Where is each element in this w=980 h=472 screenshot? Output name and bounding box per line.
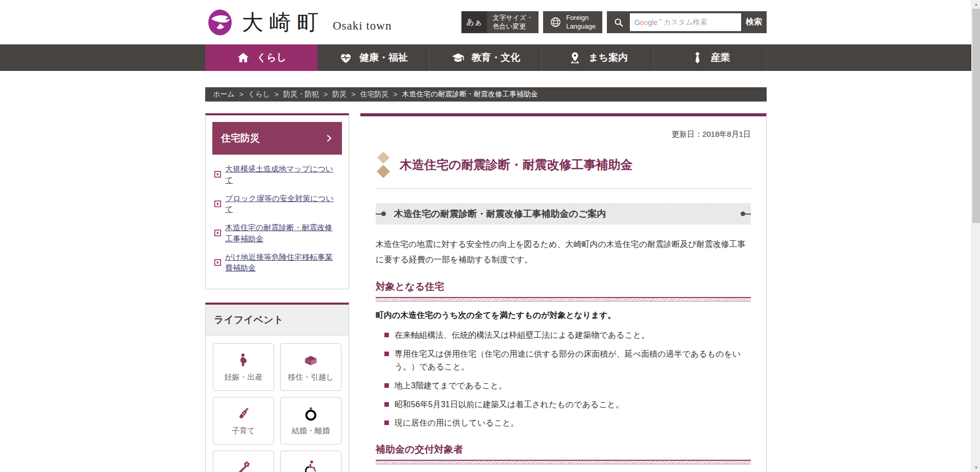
bullet-item: 現に居住の用に供していること。 (384, 416, 751, 430)
foreign-language-button[interactable]: Foreign Language (543, 11, 602, 33)
life-events-box: ライフイベント 妊娠・出産移住・引越し子育て結婚・離婚入園・入学介護・障害就職・… (205, 303, 349, 472)
breadcrumb-separator: > (324, 90, 328, 98)
life-event-pregnancy[interactable]: 妊娠・出産 (213, 343, 274, 391)
breadcrumb-link[interactable]: くらし (248, 90, 270, 99)
sidebar-link-label: がけ地近接等危険住宅移転事業費補助金 (225, 252, 340, 274)
search-placeholder: カスタム検索 (664, 18, 707, 27)
intro-paragraph: 木造住宅の地震に対する安全性の向上を図るため、大崎町内の木造住宅の耐震診断及び耐… (376, 237, 751, 267)
bullet-square-icon (384, 352, 389, 356)
heading-rule (376, 297, 751, 302)
search-icon[interactable] (607, 11, 630, 33)
bullet-item: 専用住宅又は併用住宅（住宅の用途に供する部分の床面積が、延べ面積の過半であるもの… (384, 347, 751, 374)
divider (376, 188, 751, 189)
bullet-square-icon (384, 383, 389, 388)
link-arrow-icon (214, 201, 221, 207)
search-input[interactable]: Google™ カスタム検索 (630, 13, 741, 31)
section-heading: 補助金の交付対象者 (376, 443, 751, 456)
life-event-bouquet[interactable]: 入園・入学 (213, 451, 274, 472)
life-event-label: 妊娠・出産 (225, 372, 263, 382)
nav-item-home[interactable]: くらし (205, 44, 317, 71)
breadcrumb: ホーム>くらし>防災・防犯>防災>住宅防災>木造住宅の耐震診断・耐震改修工事補助… (205, 87, 767, 102)
town-name-en: Osaki town (333, 19, 391, 33)
scrollbar-thumb[interactable] (972, 9, 980, 223)
section-banner: 木造住宅の耐震診断・耐震改修工事補助金のご案内 (376, 203, 751, 225)
sidebar-link[interactable]: 木造住宅の耐震診断・耐震改修工事補助金 (214, 222, 340, 244)
search-button[interactable]: 検索 (741, 11, 767, 33)
pregnancy-icon (235, 352, 252, 368)
bouquet-icon (235, 459, 252, 472)
sidebar-link-label: 木造住宅の耐震診断・耐震改修工事補助金 (225, 222, 340, 244)
language-button-label: Foreign Language (566, 14, 596, 31)
nav-item-label: 教育・文化 (472, 51, 520, 64)
life-event-wheelchair[interactable]: 介護・障害 (280, 451, 341, 472)
site-header: 大崎町 Osaki town あぁ 文字サイズ・ 色合い変更 (0, 0, 980, 44)
scrollbar-down-arrow[interactable]: ▼ (972, 463, 980, 472)
section-lead: 町内の木造住宅のうち次の全てを満たすものが対象となります。 (376, 310, 751, 321)
fontsize-button-label: 文字サイズ・ 色合い変更 (487, 14, 538, 31)
moving-box-icon (303, 352, 319, 368)
scrollbar-up-arrow[interactable]: ▲ (972, 0, 980, 9)
bullet-item: 地上3階建てまでであること。 (384, 379, 751, 392)
breadcrumb-separator: > (275, 90, 279, 98)
bullet-square-icon (384, 333, 389, 337)
breadcrumb-link[interactable]: ホーム (213, 90, 235, 99)
sidebar-category-box: 住宅防災 大規模盛土造成地マップについてブロック塀等の安全対策について木造住宅の… (205, 113, 349, 289)
breadcrumb-separator: > (239, 90, 243, 98)
heading-rule (376, 460, 751, 464)
ring-icon (303, 406, 319, 422)
scrollbar[interactable]: ▲ ▼ (971, 0, 980, 472)
breadcrumb-link[interactable]: 防災 (332, 90, 347, 99)
content-section: 対象となる住宅町内の木造住宅のうち次の全てを満たすものが対象となります。在来軸組… (376, 280, 751, 430)
breadcrumb-link[interactable]: 防災・防犯 (283, 90, 319, 99)
link-arrow-icon (214, 230, 221, 236)
bullet-item: 昭和56年5月31日以前に建築又は着工されたものであること。 (384, 398, 751, 411)
site-search: Google™ カスタム検索 検索 (607, 11, 767, 33)
sidebar-link[interactable]: がけ地近接等危険住宅移転事業費補助金 (214, 252, 340, 274)
town-name: 大崎町 (242, 8, 325, 37)
link-arrow-icon (214, 171, 221, 178)
health-icon (339, 51, 353, 65)
bullet-item: 在来軸組構法、伝統的構法又は枠組壁工法による建築物であること。 (384, 329, 751, 342)
sidebar-link[interactable]: 大規模盛土造成地マップについて (214, 163, 340, 186)
fontsize-color-button[interactable]: あぁ 文字サイズ・ 色合い変更 (461, 11, 539, 33)
breadcrumb-separator: > (351, 90, 355, 98)
breadcrumb-separator: > (393, 90, 397, 98)
life-events-title: ライフイベント (206, 305, 349, 336)
life-event-label: 移住・引越し (288, 372, 334, 382)
updated-date: 更新日：2018年8月1日 (376, 130, 751, 139)
nav-item-education[interactable]: 教育・文化 (430, 44, 542, 71)
nav-item-label: くらし (257, 51, 286, 64)
sidebar-link-label: ブロック塀等の安全対策について (225, 193, 340, 215)
content-section: 補助金の交付対象者次に掲げる全ての条件を満たす者が対象となります。耐震診断又は耐… (376, 443, 751, 472)
globe-icon (550, 16, 561, 28)
main-content: 更新日：2018年8月1日 木造住宅の耐震診断・耐震改修工事補助金 木造住宅の耐… (360, 113, 767, 472)
sidebar-category-title: 住宅防災 (221, 132, 260, 145)
sidebar-link-label: 大規模盛土造成地マップについて (225, 163, 340, 186)
site-logo[interactable]: 大崎町 Osaki town (205, 7, 391, 38)
diamond-decoration-icon (376, 152, 391, 178)
sidebar-category-header[interactable]: 住宅防災 (212, 122, 342, 155)
link-arrow-icon (214, 259, 221, 266)
life-event-baby-bottle[interactable]: 子育て (213, 397, 274, 444)
life-event-moving-box[interactable]: 移住・引越し (280, 343, 341, 391)
global-nav: くらし健康・福祉教育・文化まち案内産業 (0, 44, 980, 71)
section-heading: 対象となる住宅 (376, 280, 751, 293)
breadcrumb-current: 木造住宅の耐震診断・耐震改修工事補助金 (402, 90, 538, 99)
nav-item-map-pin[interactable]: まち案内 (542, 44, 654, 71)
wheelchair-icon (303, 459, 319, 472)
nav-item-label: 健康・福祉 (359, 51, 408, 64)
life-event-label: 子育て (232, 426, 255, 436)
life-event-ring[interactable]: 結婚・離婚 (280, 397, 341, 444)
breadcrumb-link[interactable]: 住宅防災 (360, 90, 388, 99)
header-tools: あぁ 文字サイズ・ 色合い変更 Foreign Language (461, 11, 767, 33)
nav-item-industry[interactable]: 産業 (654, 44, 767, 71)
town-emblem-icon (205, 7, 235, 38)
nav-item-label: 産業 (711, 51, 730, 64)
sidebar-link[interactable]: ブロック塀等の安全対策について (214, 193, 340, 215)
life-event-label: 結婚・離婚 (292, 426, 330, 436)
industry-icon (691, 51, 704, 65)
sidebar: 住宅防災 大規模盛土造成地マップについてブロック塀等の安全対策について木造住宅の… (205, 113, 349, 472)
bullet-square-icon (384, 402, 389, 407)
chevron-right-icon (324, 134, 333, 143)
nav-item-health[interactable]: 健康・福祉 (317, 44, 430, 71)
